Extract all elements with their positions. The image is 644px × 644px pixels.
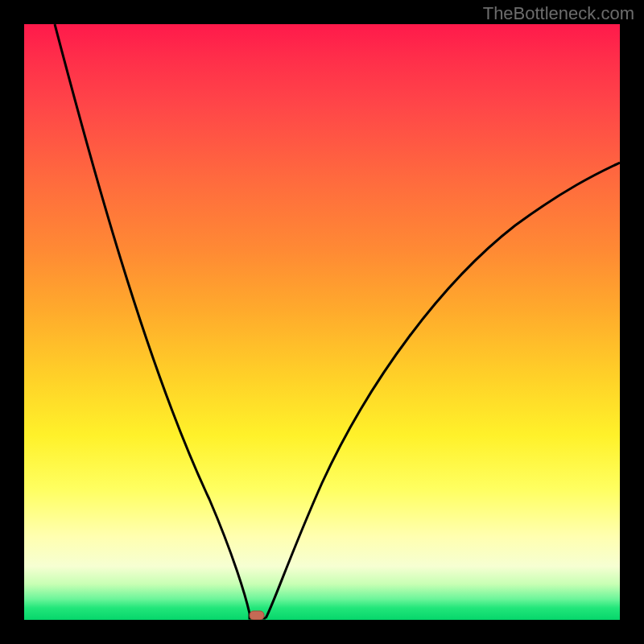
plot-area [24,24,620,620]
bottleneck-right-curve [266,163,620,618]
watermark-text: TheBottleneck.com [483,3,634,24]
chart-frame: TheBottleneck.com [0,0,644,644]
curve-svg [24,24,620,620]
bottleneck-left-curve [55,24,266,618]
min-point-marker [250,611,264,620]
